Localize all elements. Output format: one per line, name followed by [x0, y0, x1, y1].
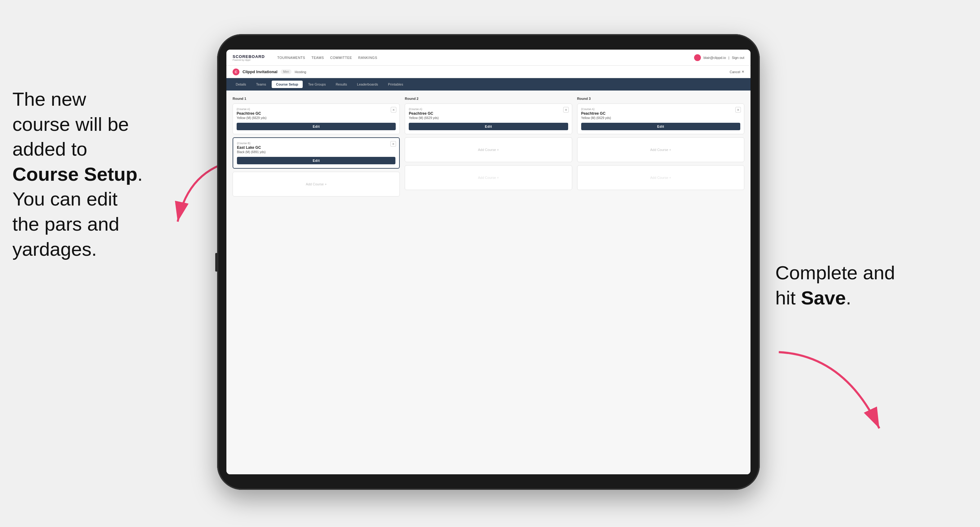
cancel-button[interactable]: Cancel ✕ [730, 70, 744, 74]
round2-course-a-tee: Yellow (M) (6629 yds) [409, 116, 568, 120]
annotation-right-bold: Save [801, 287, 846, 308]
annotation-line4-rest: . [137, 163, 143, 185]
round1-add-course[interactable]: Add Course + [232, 172, 400, 197]
annotation-bold: Course Setup [13, 163, 137, 185]
nav-right: blair@clippd.io | Sign out [694, 54, 744, 61]
nav-links: TOURNAMENTS TEAMS COMMITTEE RANKINGS [277, 56, 687, 60]
round2-course-a-card: ✕ (Course A) Peachtree GC Yellow (M) (66… [405, 103, 572, 134]
annotation-right-line2-pre: hit [775, 287, 801, 308]
tablet-side-button [215, 253, 218, 271]
app-name: SCOREBOARD [232, 54, 265, 59]
round2-add-course-disabled-text: Add Course + [478, 176, 499, 179]
nav-rankings[interactable]: RANKINGS [358, 56, 377, 60]
round2-course-a-edit[interactable]: Edit [409, 123, 568, 130]
content-area: Round 1 ✕ (Course A) Peachtree GC Yellow… [226, 90, 751, 474]
round3-add-course-disabled: Add Course + [577, 165, 744, 190]
round3-course-a-tag: (Course A) [581, 108, 740, 111]
annotation-right: Complete and hit Save. [775, 260, 931, 310]
nav-bar: SCOREBOARD Powered by clippd TOURNAMENTS… [226, 49, 751, 66]
round3-add-course-text: Add Course + [650, 148, 671, 152]
annotation-line7: yardages. [13, 238, 97, 260]
round-2-label: Round 2 [405, 97, 572, 100]
round-3-column: Round 3 ✕ (Course A) Peachtree GC Yellow… [577, 97, 744, 200]
arrow-right-icon [775, 347, 893, 440]
round1-course-a-card: ✕ (Course A) Peachtree GC Yellow (M) (66… [232, 103, 400, 134]
round1-add-course-text: Add Course + [306, 182, 327, 186]
tab-leaderboards[interactable]: Leaderboards [353, 81, 382, 88]
tournament-status: Hosting [294, 70, 306, 74]
tournament-logo: C [232, 68, 239, 75]
round-2-column: Round 2 ✕ (Course A) Peachtree GC Yellow… [405, 97, 572, 200]
app-sub: Powered by clippd [232, 59, 265, 61]
round1-course-b-tag: (Course B) [237, 142, 395, 145]
round1-course-a-tee: Yellow (M) (6629 yds) [237, 116, 396, 120]
tablet-screen: SCOREBOARD Powered by clippd TOURNAMENTS… [226, 49, 751, 474]
round1-course-b-name: East Lake GC [237, 145, 395, 150]
round3-course-a-tee: Yellow (M) (6629 yds) [581, 116, 740, 120]
tournament-name: Clippd Invitational [242, 70, 278, 74]
round3-course-a-delete[interactable]: ✕ [735, 107, 741, 113]
annotation-line5: You can edit [13, 188, 118, 210]
annotation-right-line2-rest: . [846, 287, 851, 308]
round2-add-course[interactable]: Add Course + [405, 137, 572, 162]
annotation-right-line1: Complete and [775, 262, 895, 283]
user-email: blair@clippd.io [703, 56, 726, 60]
round3-course-a-card: ✕ (Course A) Peachtree GC Yellow (M) (66… [577, 103, 744, 134]
nav-separator: | [729, 56, 729, 60]
nav-tournaments[interactable]: TOURNAMENTS [277, 56, 305, 60]
tournament-header: C Clippd Invitational Men Hosting Cancel… [226, 66, 751, 78]
user-avatar [694, 54, 701, 61]
round1-course-a-delete[interactable]: ✕ [391, 107, 396, 113]
tab-tee-groups[interactable]: Tee Groups [304, 81, 330, 88]
rounds-grid: Round 1 ✕ (Course A) Peachtree GC Yellow… [232, 97, 744, 200]
round-1-column: Round 1 ✕ (Course A) Peachtree GC Yellow… [232, 97, 400, 200]
round2-course-a-tag: (Course A) [409, 108, 568, 111]
tabs-bar: Details Teams Course Setup Tee Groups Re… [226, 78, 751, 90]
round2-add-course-disabled: Add Course + [405, 165, 572, 190]
round1-course-b-edit[interactable]: Edit [237, 157, 395, 164]
round1-course-a-name: Peachtree GC [237, 111, 396, 116]
round1-course-a-edit[interactable]: Edit [237, 123, 396, 130]
round1-course-b-tee: Black (M) (6891 yds) [237, 150, 395, 154]
tab-printables[interactable]: Printables [383, 81, 407, 88]
annotation-line1: The new [13, 88, 86, 110]
round3-add-course-disabled-text: Add Course + [650, 176, 671, 179]
round3-add-course[interactable]: Add Course + [577, 137, 744, 162]
round2-course-a-name: Peachtree GC [409, 111, 568, 116]
sign-out-link[interactable]: Sign out [732, 56, 744, 60]
tab-teams[interactable]: Teams [252, 81, 270, 88]
round1-course-b-card: ✕ (Course B) East Lake GC Black (M) (689… [232, 137, 400, 169]
tab-course-setup[interactable]: Course Setup [272, 81, 303, 88]
nav-teams[interactable]: TEAMS [311, 56, 324, 60]
round-1-label: Round 1 [232, 97, 400, 100]
round3-course-a-name: Peachtree GC [581, 111, 740, 116]
round1-course-a-tag: (Course A) [237, 108, 396, 111]
annotation-line2: course will be [13, 113, 129, 135]
tab-details[interactable]: Details [231, 81, 251, 88]
round2-course-a-delete[interactable]: ✕ [563, 107, 569, 113]
round1-course-b-delete[interactable]: ✕ [390, 141, 396, 147]
tab-results[interactable]: Results [331, 81, 352, 88]
round3-course-a-edit[interactable]: Edit [581, 123, 740, 130]
round2-add-course-text: Add Course + [478, 148, 499, 152]
nav-committee[interactable]: COMMITTEE [330, 56, 352, 60]
round-3-label: Round 3 [577, 97, 744, 100]
tournament-gender: Men [281, 70, 291, 74]
annotation-line6: the pars and [13, 213, 119, 235]
tablet-frame: SCOREBOARD Powered by clippd TOURNAMENTS… [217, 34, 760, 490]
app-logo: SCOREBOARD Powered by clippd [232, 54, 265, 61]
annotation-line3: added to [13, 138, 87, 160]
